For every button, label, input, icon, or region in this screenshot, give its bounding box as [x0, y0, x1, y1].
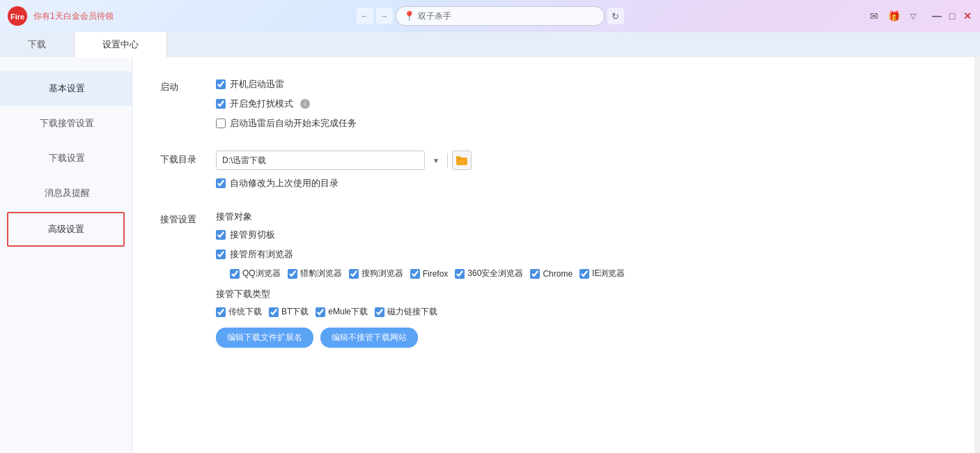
proxy-label: 接管设置: [160, 210, 216, 226]
forward-button[interactable]: →: [376, 8, 393, 24]
back-button[interactable]: ←: [357, 8, 373, 24]
clipboard-checkbox[interactable]: [216, 230, 226, 240]
autoresume-label: 启动迅雷后自动开始未完成任务: [230, 117, 357, 130]
sidebar-item-basic[interactable]: 基本设置: [0, 71, 132, 106]
app-subtitle: 你有1天白金会员待领: [33, 10, 114, 22]
clipboard-row: 接管剪切板: [216, 229, 947, 241]
close-button[interactable]: ✕: [962, 10, 973, 22]
window-controls: — □ ✕: [931, 10, 973, 22]
edit-exclude-button[interactable]: 编辑不接管下载网站: [320, 328, 418, 348]
browsers-row: QQ浏览器 猎豹浏览器 搜狗浏览器 Firefox: [230, 268, 947, 279]
search-text: 双子杀手: [418, 10, 451, 22]
proxy-body: 接管对象 接管剪切板 接管所有浏览器 QQ浏览器 猎豹浏览器: [216, 210, 947, 348]
browser-chrome: Chrome: [530, 269, 573, 279]
browser-360: 360安全浏览器: [455, 268, 523, 279]
autoresume-row: 启动迅雷后自动开始未完成任务: [216, 117, 947, 130]
dtype-bt: BT下载: [269, 306, 309, 318]
search-bar[interactable]: 📍 双子杀手: [396, 6, 605, 26]
pin-icon: 📍: [403, 10, 415, 22]
title-bar-controls: ✉ 🎁 ▽ — □ ✕: [867, 9, 973, 23]
dir-divider: [447, 153, 448, 167]
main-layout: 基本设置 下载接管设置 下载设置 消息及提醒 高级设置 启动 开机启动迅雷: [0, 57, 980, 453]
all-browsers-row: 接管所有浏览器: [216, 248, 947, 261]
dtype-traditional-label: 传统下载: [228, 306, 262, 318]
search-area: ← → 📍 双子杀手 ↻: [357, 6, 624, 26]
tab-settings[interactable]: 设置中心: [75, 32, 167, 57]
download-dir-section: 下载目录 D:\迅雷下载 ▼: [160, 151, 947, 197]
maximize-button[interactable]: □: [947, 10, 958, 22]
auto-modify-row: 自动修改为上次使用的目录: [216, 177, 947, 190]
dir-input[interactable]: D:\迅雷下载: [216, 151, 425, 170]
dir-dropdown-arrow[interactable]: ▼: [429, 157, 443, 164]
download-dir-body: D:\迅雷下载 ▼ 自动修改为上次使用的目录: [216, 151, 947, 197]
dtype-magnet-checkbox[interactable]: [375, 307, 384, 317]
startup-body: 开机启动迅雷 开启免打扰模式 i 启动迅雷后自动开始未完成任务: [216, 78, 947, 137]
dtype-bt-label: BT下载: [281, 306, 309, 318]
nodisturb-label: 开启免打扰模式: [230, 98, 293, 110]
browser-chrome-checkbox[interactable]: [530, 269, 540, 279]
svg-rect-4: [456, 156, 460, 158]
dtype-emule-checkbox[interactable]: [316, 307, 325, 317]
sidebar-item-advanced[interactable]: 高级设置: [7, 212, 125, 247]
startup-section: 启动 开机启动迅雷 开启免打扰模式 i 启动迅雷后自动开始未完成任务: [160, 78, 947, 137]
sidebar: 基本设置 下载接管设置 下载设置 消息及提醒 高级设置: [0, 57, 132, 453]
browser-360-checkbox[interactable]: [455, 269, 465, 279]
browser-firefox: Firefox: [410, 269, 449, 279]
nodisturb-checkbox[interactable]: [216, 99, 226, 109]
browser-qq-checkbox[interactable]: [230, 269, 240, 279]
dtype-emule: eMule下载: [316, 306, 368, 318]
dir-folder-button[interactable]: [452, 151, 472, 170]
browser-ie: IE浏览器: [580, 268, 625, 279]
sidebar-item-download-proxy[interactable]: 下载接管设置: [0, 106, 132, 141]
browser-firefox-checkbox[interactable]: [410, 269, 420, 279]
autostart-label: 开机启动迅雷: [230, 78, 284, 91]
dtype-magnet: 磁力链接下载: [375, 306, 437, 318]
gift-icon[interactable]: 🎁: [887, 9, 901, 23]
browser-sogou-checkbox[interactable]: [349, 269, 359, 279]
dtype-magnet-label: 磁力链接下载: [387, 306, 437, 318]
info-icon[interactable]: i: [300, 99, 310, 109]
dir-row: D:\迅雷下载 ▼: [216, 151, 947, 170]
auto-modify-label: 自动修改为上次使用的目录: [230, 177, 339, 190]
browser-360-label: 360安全浏览器: [467, 268, 523, 279]
settings-content: 启动 开机启动迅雷 开启免打扰模式 i 启动迅雷后自动开始未完成任务 下载: [132, 57, 974, 453]
autostart-checkbox[interactable]: [216, 79, 226, 89]
sidebar-item-notification[interactable]: 消息及提醒: [0, 176, 132, 210]
download-dir-label: 下载目录: [160, 151, 216, 166]
minimize-button[interactable]: —: [931, 10, 942, 22]
refresh-button[interactable]: ↻: [607, 8, 624, 24]
scrollbar[interactable]: [974, 57, 980, 453]
edit-ext-button[interactable]: 编辑下载文件扩展名: [216, 328, 313, 348]
buttons-row: 编辑下载文件扩展名 编辑不接管下载网站: [216, 328, 947, 348]
autoresume-checkbox[interactable]: [216, 118, 226, 128]
sidebar-item-download-settings[interactable]: 下载设置: [0, 141, 132, 176]
dtype-bt-checkbox[interactable]: [269, 307, 279, 317]
dtype-traditional-checkbox[interactable]: [216, 307, 226, 317]
all-browsers-checkbox[interactable]: [216, 249, 226, 259]
autostart-row: 开机启动迅雷: [216, 78, 947, 91]
browser-chrome-label: Chrome: [543, 269, 573, 279]
dir-path: D:\迅雷下载: [222, 155, 266, 167]
app-logo: Fire: [7, 6, 28, 26]
dtype-emule-label: eMule下载: [328, 306, 368, 318]
all-browsers-label: 接管所有浏览器: [230, 248, 293, 261]
browser-sogou-label: 搜狗浏览器: [361, 268, 403, 279]
dtype-traditional: 传统下载: [216, 306, 262, 318]
browser-leopard-label: 猎豹浏览器: [300, 268, 342, 279]
download-type-title: 接管下载类型: [216, 288, 947, 300]
download-types-row: 传统下载 BT下载 eMule下载 磁力链接下载: [216, 306, 947, 318]
browser-leopard-checkbox[interactable]: [288, 269, 297, 279]
svg-text:Fire: Fire: [10, 13, 24, 21]
proxy-section: 接管设置 接管对象 接管剪切板 接管所有浏览器 QQ浏览器: [160, 210, 947, 348]
menu-icon[interactable]: ▽: [906, 9, 920, 23]
mail-icon[interactable]: ✉: [867, 9, 881, 23]
browser-ie-checkbox[interactable]: [580, 269, 589, 279]
auto-modify-checkbox[interactable]: [216, 178, 226, 188]
clipboard-label: 接管剪切板: [230, 229, 275, 241]
startup-label: 启动: [160, 78, 216, 93]
browser-qq: QQ浏览器: [230, 268, 281, 279]
proxy-title: 接管对象: [216, 210, 947, 223]
tab-download[interactable]: 下载: [0, 32, 75, 57]
browser-ie-label: IE浏览器: [592, 268, 625, 279]
tab-bar: 下载 设置中心: [0, 32, 980, 57]
